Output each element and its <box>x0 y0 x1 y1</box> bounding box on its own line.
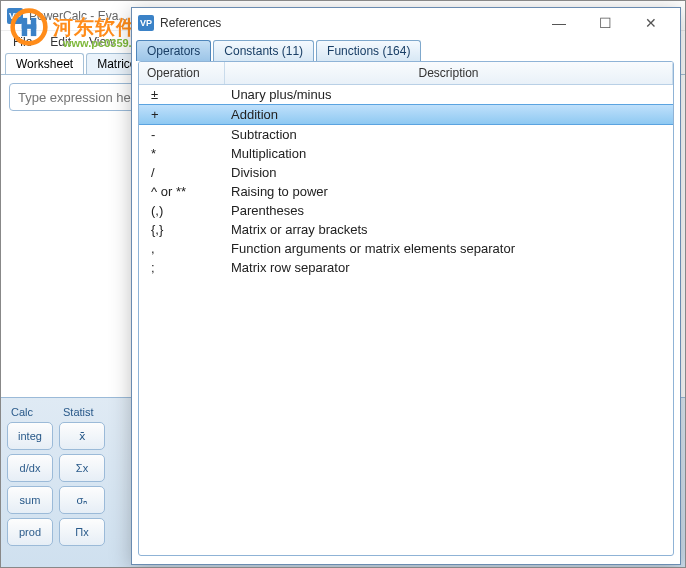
references-minimize-button[interactable]: — <box>536 8 582 38</box>
cell-operation: ± <box>139 87 225 102</box>
button-sd[interactable]: σₙ <box>59 486 105 514</box>
cell-description: Function arguments or matrix elements se… <box>225 241 673 256</box>
column-description[interactable]: Description <box>225 62 673 84</box>
button-integ[interactable]: integ <box>7 422 53 450</box>
app-icon: VP <box>7 8 23 24</box>
button-prod[interactable]: prod <box>7 518 53 546</box>
cell-operation: ^ or ** <box>139 184 225 199</box>
tab-worksheet[interactable]: Worksheet <box>5 53 84 74</box>
panel-calc-label: Calc <box>7 406 53 418</box>
table-row[interactable]: *Multiplication <box>139 144 673 163</box>
references-tab-strip: Operators Constants (11) Functions (164) <box>132 38 680 61</box>
button-sum[interactable]: sum <box>7 486 53 514</box>
operators-table: Operation Description ±Unary plus/minus+… <box>138 61 674 556</box>
references-title: References <box>160 16 221 30</box>
table-row[interactable]: +Addition <box>139 104 673 125</box>
menu-file[interactable]: File <box>5 33 40 51</box>
table-row[interactable]: /Division <box>139 163 673 182</box>
column-operation[interactable]: Operation <box>139 62 225 84</box>
button-ddx[interactable]: d/dx <box>7 454 53 482</box>
panel-stats-label: Statist <box>59 406 105 418</box>
cell-description: Addition <box>225 107 673 122</box>
cell-operation: * <box>139 146 225 161</box>
tab-operators[interactable]: Operators <box>136 40 211 61</box>
table-row[interactable]: {,}Matrix or array brackets <box>139 220 673 239</box>
tab-constants[interactable]: Constants (11) <box>213 40 314 61</box>
references-app-icon: VP <box>138 15 154 31</box>
cell-operation: ; <box>139 260 225 275</box>
panel-statistics: Statist x̄ Σx σₙ Πx <box>59 406 105 559</box>
cell-operation: (,) <box>139 203 225 218</box>
table-row[interactable]: -Subtraction <box>139 125 673 144</box>
table-row[interactable]: ,Function arguments or matrix elements s… <box>139 239 673 258</box>
button-mean[interactable]: x̄ <box>59 422 105 450</box>
references-window: VP References — ☐ ✕ Operators Constants … <box>131 7 681 565</box>
cell-operation: / <box>139 165 225 180</box>
menu-edit[interactable]: Edit <box>42 33 79 51</box>
table-row[interactable]: ^ or **Raising to power <box>139 182 673 201</box>
references-titlebar[interactable]: VP References — ☐ ✕ <box>132 8 680 38</box>
cell-description: Raising to power <box>225 184 673 199</box>
panel-calc: Calc integ d/dx sum prod <box>7 406 53 559</box>
main-title: PowerCalc - Eva... <box>29 9 128 23</box>
references-maximize-button[interactable]: ☐ <box>582 8 628 38</box>
table-body[interactable]: ±Unary plus/minus+Addition-Subtraction*M… <box>139 85 673 555</box>
cell-operation: - <box>139 127 225 142</box>
cell-description: Division <box>225 165 673 180</box>
table-row[interactable]: ;Matrix row separator <box>139 258 673 277</box>
cell-operation: + <box>139 107 225 122</box>
tab-functions[interactable]: Functions (164) <box>316 40 421 61</box>
button-prodx[interactable]: Πx <box>59 518 105 546</box>
cell-description: Multiplication <box>225 146 673 161</box>
references-close-button[interactable]: ✕ <box>628 8 674 38</box>
table-row[interactable]: ±Unary plus/minus <box>139 85 673 104</box>
cell-description: Matrix or array brackets <box>225 222 673 237</box>
button-sumx[interactable]: Σx <box>59 454 105 482</box>
cell-description: Unary plus/minus <box>225 87 673 102</box>
cell-operation: , <box>139 241 225 256</box>
cell-description: Subtraction <box>225 127 673 142</box>
table-row[interactable]: (,)Parentheses <box>139 201 673 220</box>
cell-operation: {,} <box>139 222 225 237</box>
table-header: Operation Description <box>139 62 673 85</box>
menu-view[interactable]: View <box>81 33 123 51</box>
cell-description: Matrix row separator <box>225 260 673 275</box>
cell-description: Parentheses <box>225 203 673 218</box>
